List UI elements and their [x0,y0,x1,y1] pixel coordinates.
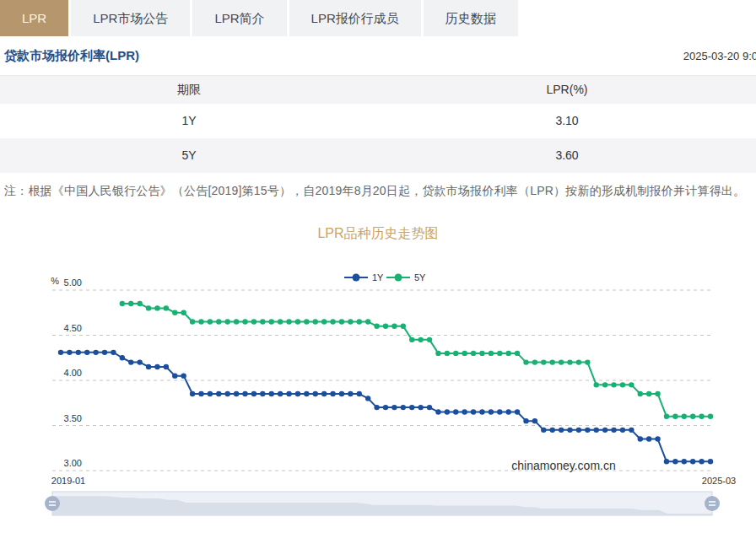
page-title: 贷款市场报价利率(LPR) [4,48,139,64]
datazoom-slider[interactable] [45,492,720,515]
data-point [137,301,142,306]
tab-lpr-quoting-banks[interactable]: LPR报价行成员 [289,0,421,36]
data-point [154,305,159,310]
data-point [497,351,502,356]
data-point [181,373,186,378]
data-point [278,391,283,396]
datazoom-right-handle[interactable] [705,496,720,511]
legend-label-1y: 1Y [372,272,384,283]
data-point [164,305,169,310]
data-point [321,319,327,324]
tab-lpr-market-announcements[interactable]: LPR市场公告 [71,0,190,36]
data-point [269,319,274,324]
data-point [655,436,660,441]
datazoom-left-handle[interactable] [45,496,60,511]
y-tick-label: 3.00 [64,458,82,468]
lpr-page: LPR LPR市场公告 LPR简介 LPR报价行成员 历史数据 贷款市场报价利率… [0,0,756,533]
data-point [164,364,169,369]
data-point [208,319,213,324]
legend-label-5y: 5Y [414,272,426,283]
data-point [190,319,195,324]
data-point [93,350,98,355]
data-point [339,319,344,324]
data-point [585,428,590,433]
y-axis-unit-label: % [51,276,59,286]
data-point [567,359,572,364]
rate-1y: 3.10 [378,104,756,138]
data-point [505,351,510,356]
data-point [585,359,590,364]
data-point [532,359,537,364]
y-tick-label: 5.00 [64,277,82,288]
data-point [313,319,318,324]
table-row-1y: 1Y 3.10 [0,104,756,138]
data-point [708,459,713,464]
data-point [445,409,450,414]
data-point [620,428,625,433]
data-point [181,310,186,315]
data-point [216,391,221,396]
data-point [515,409,520,414]
handle-grip-circle [45,496,60,511]
data-point [602,382,608,387]
column-header-lpr: LPR(%) [378,76,756,104]
data-point [664,459,669,464]
data-point [225,319,230,324]
data-point [128,359,133,364]
data-point [505,409,510,414]
table-header-row: 期限 LPR(%) [0,75,756,104]
quote-date: 2025-03-20 9:0 [683,50,756,62]
data-point [409,337,414,342]
data-point [638,391,643,396]
data-point [295,391,300,396]
data-point [638,436,643,441]
data-point [154,364,159,369]
tab-lpr-introduction[interactable]: LPR简介 [192,0,286,36]
data-point [541,359,546,364]
data-point [392,405,397,410]
data-point [708,414,713,419]
data-point [383,324,388,329]
legend-marker-1y [353,274,360,282]
data-point [427,405,432,410]
watermark: chinamoney.com.cn [511,459,615,472]
chart-title: LPR品种历史走势图 [0,225,756,242]
data-point [427,337,432,342]
data-point [611,382,616,387]
data-point [146,305,151,310]
data-point [445,351,450,356]
tab-historical-data[interactable]: 历史数据 [424,0,518,36]
data-point [120,301,125,306]
data-point [357,319,362,324]
data-point [576,359,581,364]
data-point [383,405,388,410]
data-point [330,319,335,324]
data-point [190,391,195,396]
data-point [479,351,484,356]
data-point [594,382,599,387]
data-point [611,428,616,433]
data-point [690,414,695,419]
data-point [260,391,265,396]
data-point [401,405,406,410]
tab-lpr[interactable]: LPR [0,0,68,36]
data-point [374,324,379,329]
column-header-term: 期限 [0,76,378,104]
x-axis-labels: 2019-01 2025-03 [51,476,736,486]
data-point [672,414,678,419]
data-point [567,428,572,433]
series-5y [120,301,714,419]
legend-item-1y[interactable]: 1Y [344,272,384,283]
legend-item-5y[interactable]: 5Y [386,272,426,283]
chart-legend: 1Y 5Y [344,272,426,283]
data-point [682,414,687,419]
data-point [629,382,634,387]
data-point [523,359,528,364]
data-point [225,391,230,396]
data-point [471,351,476,356]
data-point [699,459,704,464]
data-point [286,391,291,396]
data-point [76,350,81,355]
data-point [357,391,362,396]
data-point [260,319,265,324]
